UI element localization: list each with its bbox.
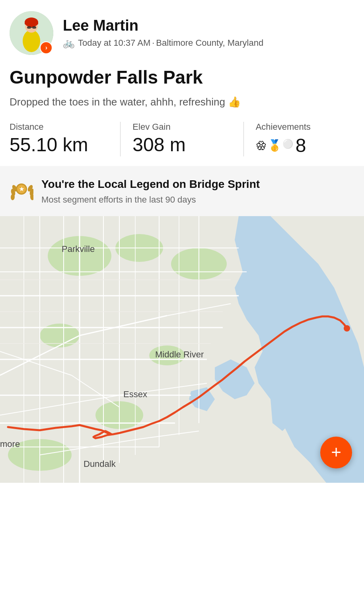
medal-gold-icon: 🥇 [268,139,282,152]
medal-icons: 🏵 🥇 ⚪ [256,139,293,152]
fab-plus-icon: + [331,443,341,461]
user-name: Lee Martin [63,18,263,34]
legend-subtitle: Most segment efforts in the last 90 days [41,195,260,205]
strava-chevron-icon: › [45,45,47,51]
stat-achievements: Achievements 🏵 🥇 ⚪ 8 [243,122,354,156]
svg-text:Parkville: Parkville [62,244,95,254]
svg-text:★: ★ [19,186,24,192]
svg-text:Middle River: Middle River [155,349,204,359]
achievements-value-wrap: 🏵 🥇 ⚪ 8 [256,135,354,156]
achievements-label: Achievements [256,122,354,132]
svg-point-55 [344,325,350,332]
activity-title-section: Gunpowder Falls Park Dropped the toes in… [0,63,364,110]
stats-section: Distance 55.10 km Elev Gain 308 m Achiev… [0,110,364,166]
medal-bronze-icon: 🏵 [256,139,267,152]
fab-add-button[interactable]: + [320,437,352,468]
stat-elevation: Elev Gain 308 m [120,122,231,156]
svg-rect-4 [25,22,38,25]
activity-time: Today at 10:37 AM [78,38,150,48]
stat-distance: Distance 55.10 km [10,122,108,156]
achievements-count: 8 [296,135,306,156]
svg-rect-5 [27,26,31,29]
legend-text: You're the Local Legend on Bridge Sprint… [41,177,260,205]
distance-value: 55.10 km [10,135,108,156]
svg-text:Dundalk: Dundalk [84,459,116,469]
activity-location: Baltimore County, Maryland [156,38,263,48]
medal-silver-icon: ⚪ [282,139,293,152]
strava-badge: › [40,41,53,54]
avatar-wrap: › [10,11,53,55]
svg-rect-6 [32,26,36,29]
svg-point-1 [23,30,40,52]
legend-icon: ★ [10,177,33,204]
profile-meta: 🚲 Today at 10:37 AM · Baltimore County, … [63,37,263,49]
svg-text:more: more [0,439,20,449]
map-section[interactable]: Parkville Middle River Essex Dundalk mor… [0,216,364,483]
legend-title: You're the Local Legend on Bridge Sprint [41,177,260,191]
meta-dot: · [152,38,154,48]
activity-title: Gunpowder Falls Park [10,67,354,88]
distance-label: Distance [10,122,108,132]
elev-label: Elev Gain [132,122,231,132]
activity-description: Dropped the toes in the water, ahhh, ref… [10,94,354,110]
map-svg: Parkville Middle River Essex Dundalk mor… [0,216,364,483]
profile-section: › Lee Martin 🚲 Today at 10:37 AM · Balti… [0,0,364,63]
svg-text:Essex: Essex [123,389,147,399]
legend-banner: ★ You're the Local Legend on Bridge Spri… [0,166,364,216]
elev-value: 308 m [132,135,231,156]
profile-info: Lee Martin 🚲 Today at 10:37 AM · Baltimo… [63,18,263,49]
bike-icon: 🚲 [63,37,75,49]
